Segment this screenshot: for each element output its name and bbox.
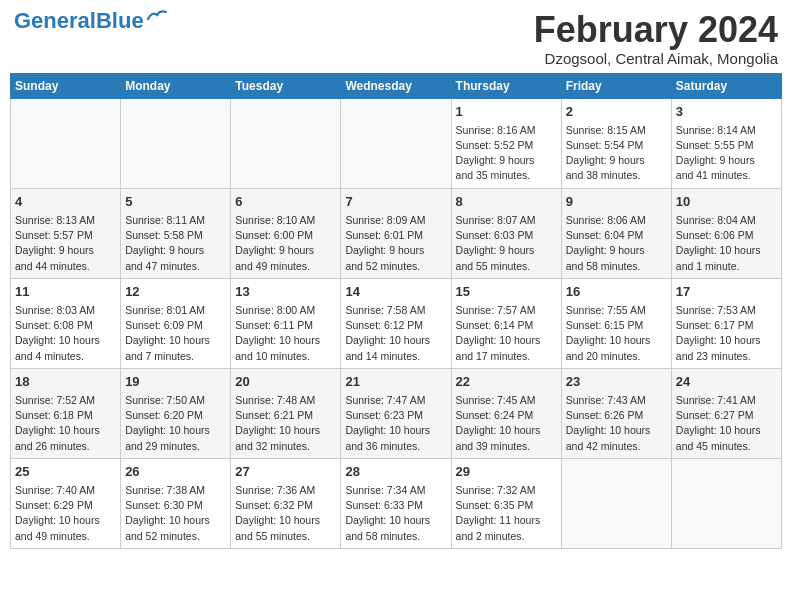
day-info: Sunrise: 8:14 AMSunset: 5:55 PMDaylight:… <box>676 123 777 184</box>
day-info: Sunrise: 8:09 AMSunset: 6:01 PMDaylight:… <box>345 213 446 274</box>
day-number: 9 <box>566 193 667 211</box>
day-number: 26 <box>125 463 226 481</box>
day-number: 28 <box>345 463 446 481</box>
column-header-tuesday: Tuesday <box>231 73 341 98</box>
column-header-saturday: Saturday <box>671 73 781 98</box>
logo-text: GeneralBlue <box>14 10 144 32</box>
day-info: Sunrise: 8:06 AMSunset: 6:04 PMDaylight:… <box>566 213 667 274</box>
day-info: Sunrise: 7:45 AMSunset: 6:24 PMDaylight:… <box>456 393 557 454</box>
day-number: 1 <box>456 103 557 121</box>
column-header-sunday: Sunday <box>11 73 121 98</box>
day-info: Sunrise: 7:53 AMSunset: 6:17 PMDaylight:… <box>676 303 777 364</box>
calendar-cell: 3Sunrise: 8:14 AMSunset: 5:55 PMDaylight… <box>671 98 781 188</box>
day-info: Sunrise: 7:47 AMSunset: 6:23 PMDaylight:… <box>345 393 446 454</box>
calendar-cell: 1Sunrise: 8:16 AMSunset: 5:52 PMDaylight… <box>451 98 561 188</box>
column-header-friday: Friday <box>561 73 671 98</box>
day-number: 23 <box>566 373 667 391</box>
logo-bird-icon <box>146 9 168 25</box>
day-info: Sunrise: 8:00 AMSunset: 6:11 PMDaylight:… <box>235 303 336 364</box>
day-info: Sunrise: 8:01 AMSunset: 6:09 PMDaylight:… <box>125 303 226 364</box>
day-number: 14 <box>345 283 446 301</box>
logo: GeneralBlue <box>14 10 168 32</box>
day-number: 19 <box>125 373 226 391</box>
day-number: 2 <box>566 103 667 121</box>
title-block: February 2024 Dzogsool, Central Aimak, M… <box>534 10 778 67</box>
calendar-cell: 26Sunrise: 7:38 AMSunset: 6:30 PMDayligh… <box>121 458 231 548</box>
calendar-cell: 29Sunrise: 7:32 AMSunset: 6:35 PMDayligh… <box>451 458 561 548</box>
calendar-cell <box>671 458 781 548</box>
calendar-cell: 2Sunrise: 8:15 AMSunset: 5:54 PMDaylight… <box>561 98 671 188</box>
calendar-cell <box>341 98 451 188</box>
day-info: Sunrise: 8:11 AMSunset: 5:58 PMDaylight:… <box>125 213 226 274</box>
calendar-cell: 8Sunrise: 8:07 AMSunset: 6:03 PMDaylight… <box>451 188 561 278</box>
calendar-table: SundayMondayTuesdayWednesdayThursdayFrid… <box>10 73 782 549</box>
day-info: Sunrise: 8:03 AMSunset: 6:08 PMDaylight:… <box>15 303 116 364</box>
calendar-week-4: 18Sunrise: 7:52 AMSunset: 6:18 PMDayligh… <box>11 368 782 458</box>
day-number: 12 <box>125 283 226 301</box>
calendar-cell <box>121 98 231 188</box>
day-info: Sunrise: 7:58 AMSunset: 6:12 PMDaylight:… <box>345 303 446 364</box>
day-number: 15 <box>456 283 557 301</box>
day-info: Sunrise: 7:57 AMSunset: 6:14 PMDaylight:… <box>456 303 557 364</box>
day-number: 8 <box>456 193 557 211</box>
day-info: Sunrise: 8:16 AMSunset: 5:52 PMDaylight:… <box>456 123 557 184</box>
column-header-thursday: Thursday <box>451 73 561 98</box>
day-info: Sunrise: 7:32 AMSunset: 6:35 PMDaylight:… <box>456 483 557 544</box>
day-number: 16 <box>566 283 667 301</box>
day-info: Sunrise: 8:13 AMSunset: 5:57 PMDaylight:… <box>15 213 116 274</box>
logo-general: General <box>14 8 96 33</box>
logo-blue: Blue <box>96 8 144 33</box>
calendar-cell: 15Sunrise: 7:57 AMSunset: 6:14 PMDayligh… <box>451 278 561 368</box>
day-number: 25 <box>15 463 116 481</box>
day-number: 5 <box>125 193 226 211</box>
calendar-cell: 18Sunrise: 7:52 AMSunset: 6:18 PMDayligh… <box>11 368 121 458</box>
calendar-cell: 27Sunrise: 7:36 AMSunset: 6:32 PMDayligh… <box>231 458 341 548</box>
day-number: 13 <box>235 283 336 301</box>
day-number: 21 <box>345 373 446 391</box>
calendar-cell: 24Sunrise: 7:41 AMSunset: 6:27 PMDayligh… <box>671 368 781 458</box>
calendar-cell <box>231 98 341 188</box>
calendar-cell: 16Sunrise: 7:55 AMSunset: 6:15 PMDayligh… <box>561 278 671 368</box>
calendar-cell: 7Sunrise: 8:09 AMSunset: 6:01 PMDaylight… <box>341 188 451 278</box>
month-year-title: February 2024 <box>534 10 778 50</box>
day-info: Sunrise: 8:07 AMSunset: 6:03 PMDaylight:… <box>456 213 557 274</box>
day-number: 22 <box>456 373 557 391</box>
day-number: 10 <box>676 193 777 211</box>
column-header-wednesday: Wednesday <box>341 73 451 98</box>
calendar-week-2: 4Sunrise: 8:13 AMSunset: 5:57 PMDaylight… <box>11 188 782 278</box>
calendar-cell: 12Sunrise: 8:01 AMSunset: 6:09 PMDayligh… <box>121 278 231 368</box>
day-info: Sunrise: 7:38 AMSunset: 6:30 PMDaylight:… <box>125 483 226 544</box>
day-number: 4 <box>15 193 116 211</box>
day-number: 7 <box>345 193 446 211</box>
day-number: 3 <box>676 103 777 121</box>
calendar-cell: 20Sunrise: 7:48 AMSunset: 6:21 PMDayligh… <box>231 368 341 458</box>
calendar-cell: 21Sunrise: 7:47 AMSunset: 6:23 PMDayligh… <box>341 368 451 458</box>
day-info: Sunrise: 7:50 AMSunset: 6:20 PMDaylight:… <box>125 393 226 454</box>
location-subtitle: Dzogsool, Central Aimak, Mongolia <box>534 50 778 67</box>
day-number: 18 <box>15 373 116 391</box>
column-header-monday: Monday <box>121 73 231 98</box>
calendar-cell: 25Sunrise: 7:40 AMSunset: 6:29 PMDayligh… <box>11 458 121 548</box>
calendar-cell: 6Sunrise: 8:10 AMSunset: 6:00 PMDaylight… <box>231 188 341 278</box>
calendar-cell: 13Sunrise: 8:00 AMSunset: 6:11 PMDayligh… <box>231 278 341 368</box>
day-info: Sunrise: 7:48 AMSunset: 6:21 PMDaylight:… <box>235 393 336 454</box>
day-number: 29 <box>456 463 557 481</box>
calendar-week-3: 11Sunrise: 8:03 AMSunset: 6:08 PMDayligh… <box>11 278 782 368</box>
calendar-week-1: 1Sunrise: 8:16 AMSunset: 5:52 PMDaylight… <box>11 98 782 188</box>
calendar-cell: 23Sunrise: 7:43 AMSunset: 6:26 PMDayligh… <box>561 368 671 458</box>
day-number: 11 <box>15 283 116 301</box>
day-info: Sunrise: 8:04 AMSunset: 6:06 PMDaylight:… <box>676 213 777 274</box>
day-info: Sunrise: 7:43 AMSunset: 6:26 PMDaylight:… <box>566 393 667 454</box>
calendar-cell: 4Sunrise: 8:13 AMSunset: 5:57 PMDaylight… <box>11 188 121 278</box>
day-number: 20 <box>235 373 336 391</box>
page-header: GeneralBlue February 2024 Dzogsool, Cent… <box>10 10 782 67</box>
day-info: Sunrise: 7:55 AMSunset: 6:15 PMDaylight:… <box>566 303 667 364</box>
day-info: Sunrise: 7:52 AMSunset: 6:18 PMDaylight:… <box>15 393 116 454</box>
calendar-cell: 10Sunrise: 8:04 AMSunset: 6:06 PMDayligh… <box>671 188 781 278</box>
calendar-cell: 22Sunrise: 7:45 AMSunset: 6:24 PMDayligh… <box>451 368 561 458</box>
calendar-cell: 28Sunrise: 7:34 AMSunset: 6:33 PMDayligh… <box>341 458 451 548</box>
day-number: 27 <box>235 463 336 481</box>
calendar-cell <box>11 98 121 188</box>
calendar-cell: 19Sunrise: 7:50 AMSunset: 6:20 PMDayligh… <box>121 368 231 458</box>
calendar-cell: 14Sunrise: 7:58 AMSunset: 6:12 PMDayligh… <box>341 278 451 368</box>
